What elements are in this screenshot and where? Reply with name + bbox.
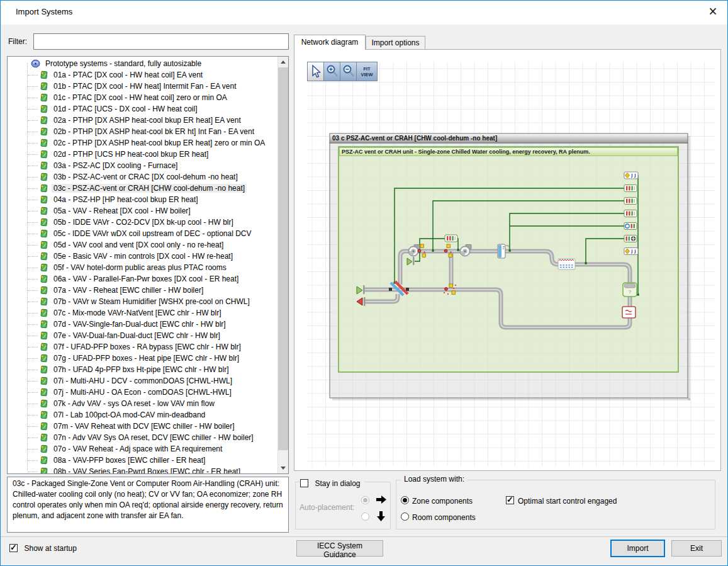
coil-icon-3[interactable] — [624, 210, 637, 217]
tree-item-label: 05c - IDDE VAVr wDX coil upstream of DEC… — [52, 229, 254, 238]
tree-item[interactable]: 07l - Lab 100pct-OA mod-CAV min-deadband — [8, 409, 277, 421]
tree-item[interactable]: 05e - Basic VAV - min controls [DX cool … — [8, 251, 277, 262]
fit-view-button[interactable]: FIT VIEW — [356, 62, 378, 81]
tree-item[interactable]: 07h - UFAD 4p-PFP bxs Ht-pipe [EWC chlr … — [8, 364, 277, 375]
tree-item-label: 07o - VAV Reheat - Adj space with EA req… — [52, 444, 224, 453]
controller-icon[interactable] — [624, 172, 638, 179]
tree-item[interactable]: 02c - PTHP [DX ASHP heat-cool bkup ER he… — [8, 137, 277, 149]
tree-item[interactable]: 07c - Mix-mode VAVr-NatVent [EWC chlr - … — [8, 307, 277, 319]
tree-item[interactable]: 06a - VAV - Parallel-Fan-Pwr boxes [DX c… — [8, 273, 277, 285]
coil-icon-1[interactable] — [624, 185, 637, 192]
load-system-label: Load system with: — [401, 475, 467, 484]
tab-network-diagram[interactable]: Network diagram — [294, 35, 366, 50]
auto-placement-label: Auto-placement: — [300, 503, 354, 512]
return-plenum-icon[interactable] — [622, 307, 636, 318]
select-tool-button[interactable] — [307, 62, 324, 81]
dialog-titlebar[interactable]: Import Systems × — [1, 1, 727, 25]
tree-item[interactable]: 02a - PTHP [DX ASHP heat-cool bkup ER he… — [8, 115, 277, 126]
fit-view-label: FIT VIEW — [357, 62, 377, 77]
scroll-up-icon[interactable] — [278, 57, 289, 67]
filter-input[interactable] — [33, 33, 289, 50]
close-icon[interactable]: × — [698, 1, 727, 25]
stay-in-dialog-row: Stay in dialog — [300, 477, 364, 489]
scrollbar-thumb[interactable] — [278, 67, 289, 450]
tree-item-label: 05a - VAV - Reheat [DX cool - HW boiler] — [52, 207, 193, 215]
chilled-water-coil-icon[interactable] — [624, 223, 637, 230]
tree-item[interactable]: 01d - PTAC [UCS - DX cool - HW heat coil… — [8, 103, 277, 115]
zone-components-radio[interactable] — [401, 496, 409, 504]
tree-item-label: 04a - PSZ-HP [HP heat-cool bkup ER heat] — [52, 195, 200, 204]
filter-label: Filter: — [8, 37, 27, 46]
auto-placement-down-radio[interactable] — [361, 512, 369, 521]
stay-in-dialog-checkbox[interactable] — [300, 479, 308, 487]
tree-item-label: 03b - PSZ-AC-vent or CRAC [DX cool-dehum… — [52, 173, 240, 181]
optimal-start-label: Optimal start control engaged — [518, 497, 617, 506]
tree-item-label: 07l - Lab 100pct-OA mod-CAV min-deadband — [52, 410, 207, 419]
tree-item[interactable]: 05f - VAV hotel-dorm public areas plus P… — [8, 262, 277, 273]
load-system-group: Load system with: Zone components Room c… — [396, 480, 715, 529]
zoom-in-button[interactable] — [323, 62, 340, 81]
tree-root-item[interactable]: Prototype systems - standard, fully auto… — [8, 58, 277, 69]
zoom-out-button[interactable] — [340, 62, 357, 81]
tree-item-label: 03c - PSZ-AC-vent or CRAH [CHW cool-dehu… — [52, 184, 247, 193]
tree-item[interactable]: 07a - VAV - Reheat [EWC chiller - HW boi… — [8, 285, 277, 296]
tree-item[interactable]: 07n - Adv VAV Sys OA reset, DCV [EWC chi… — [8, 432, 277, 443]
tree-item[interactable]: 07m - VAV Reheat with DCV [EWC chiller -… — [8, 421, 277, 432]
tree-item-label: 07a - VAV - Reheat [EWC chiller - HW boi… — [52, 286, 205, 295]
coil-icon-2[interactable] — [624, 198, 637, 205]
tree-item[interactable]: 07f - UFAD-PFP boxes - RA bypass [EWC ch… — [8, 341, 277, 353]
arrow-down-icon — [376, 510, 386, 522]
diagram-window-title: 03 c PSZ-AC-vent or CRAH [CHW cool-dehum… — [332, 135, 497, 142]
exit-button[interactable]: Exit — [671, 540, 722, 557]
cooling-coil-icon[interactable] — [445, 235, 457, 242]
show-at-startup-checkbox[interactable] — [9, 544, 18, 552]
tree-item[interactable]: 08a - VAV-PFP boxes [EWC chiller - ER he… — [8, 455, 277, 466]
tree-item[interactable]: 05d - VAV cool and vent [DX cool only - … — [8, 239, 277, 251]
system-panel-header: PSZ-AC vent or CRAH unit - Single-zone C… — [342, 149, 590, 155]
heat-exchanger-icon[interactable] — [558, 259, 575, 269]
tree-item[interactable]: 07g - UFAD-PFP boxes - Heat pipe [EWC ch… — [8, 353, 277, 364]
tree-item[interactable]: 01a - PTAC [DX cool - HW heat coil] EA v… — [8, 69, 277, 81]
diagram-canvas[interactable]: 03 c PSZ-AC-vent or CRAH [CHW cool-dehum… — [307, 62, 715, 467]
tree-item[interactable]: 05a - VAV - Reheat [DX cool - HW boiler] — [8, 205, 277, 217]
system-tree[interactable]: Prototype systems - standard, fully auto… — [7, 56, 289, 474]
system-panel[interactable]: PSZ-AC vent or CRAH unit - Single-zone C… — [339, 147, 678, 372]
tree-item[interactable]: 07d - VAV-Single-fan-Dual-duct [EWC chlr… — [8, 319, 277, 330]
room-components-radio[interactable] — [401, 512, 409, 521]
tree-item[interactable]: 03c - PSZ-AC-vent or CRAH [CHW cool-dehu… — [8, 183, 277, 194]
tree-scrollbar[interactable] — [277, 57, 288, 473]
tree-item[interactable]: 01b - PTAC [DX cool - HW heat] Intermit … — [8, 81, 277, 92]
tree-item[interactable]: 05b - IDDE VAVr - CO2-DCV [DX bk-up cool… — [8, 217, 277, 228]
tree-item[interactable]: 07b - VAVr w Steam Humidifier [WSHX pre-… — [8, 296, 277, 307]
tree-item[interactable]: 05c - IDDE VAVr wDX coil upstream of DEC… — [8, 228, 277, 239]
import-button[interactable]: Import — [610, 540, 665, 557]
tree-item[interactable]: 07k - Adv VAV - sys OA reset - low VAV m… — [8, 398, 277, 409]
zone-icon[interactable]: ? — [623, 283, 637, 297]
optimal-start-checkbox[interactable] — [506, 496, 514, 504]
scroll-down-icon[interactable] — [278, 463, 289, 473]
tree-item-label: 02d - PTHP [UCS HP heat-cool bkup ER hea… — [52, 150, 210, 159]
tree-item[interactable]: 07j - Multi-AHU - OA Econ - comDOAS [CHW… — [8, 387, 277, 398]
tree-item[interactable]: 07i - Multi-AHU - DCV - commonDOAS [CHWL… — [8, 375, 277, 387]
tree-item[interactable]: 03b - PSZ-AC-vent or CRAC [DX cool-dehum… — [8, 171, 277, 183]
tree-item[interactable]: 07e - VAV-Dual-fan-Dual-duct [EWC chlr -… — [8, 330, 277, 341]
tree-item[interactable]: 03a - PSZ-AC [DX cooling - Furnace] — [8, 160, 277, 171]
diagram-toolbar: FIT VIEW — [307, 62, 377, 81]
tree-item[interactable]: 04a - PSZ-HP [HP heat-cool bkup ER heat] — [8, 194, 277, 205]
coil-fan-icon[interactable] — [624, 235, 637, 242]
tree-item-label: 02a - PTHP [DX ASHP heat-cool bkup ER he… — [52, 116, 243, 125]
tree-item[interactable]: 01c - PTAC [DX cool - HW heat coil] zero… — [8, 92, 277, 103]
tree-item[interactable]: 07o - VAV Reheat - Adj space with EA req… — [8, 443, 277, 455]
controller-icon-2[interactable] — [624, 248, 638, 255]
tree-root-label: Prototype systems - standard, fully auto… — [43, 59, 203, 68]
tab-import-options[interactable]: Import options — [366, 36, 425, 50]
tree-item-label: 07n - Adv VAV Sys OA reset, DCV [EWC chi… — [52, 433, 255, 442]
tree-item[interactable]: 02d - PTHP [UCS HP heat-cool bkup ER hea… — [8, 149, 277, 160]
auto-placement-right-radio[interactable] — [361, 496, 369, 504]
iecc-guidance-button[interactable]: IECC System Guidance — [296, 540, 383, 557]
tree-items: 01a - PTAC [DX cool - HW heat coil] EA v… — [8, 69, 277, 473]
tree-item[interactable]: 08b - VAV Series Fan-Pwrd Boxes [EWC chl… — [8, 466, 277, 473]
tree-item[interactable]: 02b - PTHP [DX ASHP heat-cool bk ER ht] … — [8, 126, 277, 137]
tree-item-label: 07c - Mix-mode VAVr-NatVent [EWC chlr - … — [52, 308, 223, 317]
bottom-divider — [1, 536, 727, 537]
